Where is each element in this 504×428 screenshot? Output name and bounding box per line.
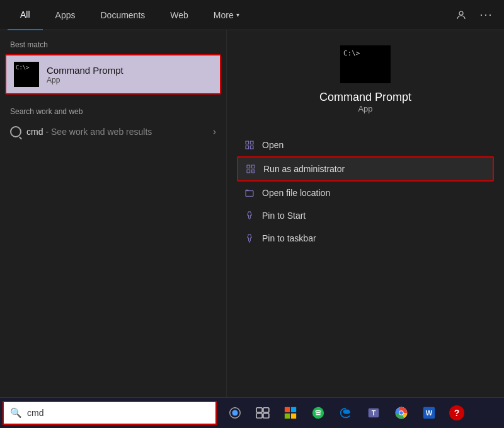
run-admin-icon — [244, 163, 257, 175]
word-icon: W — [422, 406, 436, 420]
user-icon — [455, 9, 467, 21]
chrome-icon — [394, 406, 408, 420]
teams-button[interactable]: T — [360, 400, 387, 426]
context-run-as-admin[interactable]: Run as administrator — [237, 156, 494, 182]
pin-taskbar-icon — [243, 232, 256, 245]
nav-icons: ··· — [451, 5, 496, 25]
svg-rect-2 — [250, 141, 253, 144]
app-type-large: App — [358, 104, 372, 113]
cortana-icon — [228, 406, 242, 420]
svg-point-0 — [459, 11, 463, 15]
security-button[interactable]: ? — [444, 400, 470, 426]
svg-point-10 — [232, 410, 238, 415]
security-icon: ? — [449, 405, 465, 421]
main-content: Best match Command Prompt App Search wor… — [0, 30, 504, 397]
folder-icon — [243, 187, 256, 199]
svg-rect-18 — [291, 414, 296, 419]
left-panel: Best match Command Prompt App Search wor… — [0, 30, 227, 397]
context-menu: Open Run as administrator — [237, 134, 494, 250]
app-preview: Command Prompt App — [237, 45, 494, 113]
start-menu: All Apps Documents Web More ▾ — [0, 0, 504, 397]
spotify-icon — [311, 406, 325, 420]
cmd-icon-large — [340, 45, 391, 83]
svg-text:W: W — [426, 409, 433, 417]
svg-rect-11 — [256, 408, 262, 412]
best-match-title: Command Prompt — [47, 65, 123, 76]
edge-icon — [339, 406, 353, 420]
open-svg — [244, 140, 255, 150]
taskbar-search-input[interactable] — [27, 408, 209, 418]
search-web-desc: - See work and web results — [45, 127, 152, 137]
svg-rect-12 — [263, 408, 269, 412]
teams-icon: T — [367, 406, 381, 420]
app-name-large: Command Prompt — [319, 91, 411, 104]
best-match-item[interactable]: Command Prompt App — [5, 54, 221, 95]
context-pin-to-taskbar[interactable]: Pin to taskbar — [237, 227, 494, 250]
folder-svg — [244, 188, 255, 198]
context-pin-to-start[interactable]: Pin to Start — [237, 204, 494, 227]
svg-rect-15 — [285, 407, 290, 412]
more-chevron-icon: ▾ — [236, 11, 239, 18]
task-view-button[interactable] — [249, 400, 276, 426]
tab-all[interactable]: All — [8, 0, 43, 30]
pin-svg — [244, 211, 255, 221]
context-open[interactable]: Open — [237, 134, 494, 156]
svg-rect-6 — [251, 165, 255, 168]
search-box[interactable]: 🔍 — [3, 401, 217, 425]
ellipsis-button[interactable]: ··· — [476, 5, 496, 25]
svg-text:T: T — [372, 409, 376, 417]
svg-rect-4 — [250, 146, 253, 149]
spotify-button[interactable] — [305, 400, 331, 426]
search-work-web-label: Search work and web — [0, 100, 226, 121]
cortana-button[interactable] — [222, 400, 248, 426]
store-icon — [284, 406, 297, 420]
svg-rect-16 — [291, 407, 296, 412]
svg-rect-17 — [285, 414, 290, 419]
search-circle-icon — [10, 126, 21, 137]
svg-rect-14 — [263, 414, 269, 418]
tab-documents[interactable]: Documents — [88, 0, 158, 30]
search-term: cmd — [26, 127, 43, 137]
svg-rect-13 — [256, 414, 262, 418]
best-match-label: Best match — [0, 40, 226, 54]
svg-rect-3 — [246, 146, 249, 149]
cmd-icon-small — [14, 62, 39, 87]
svg-point-24 — [399, 411, 403, 415]
svg-rect-1 — [246, 141, 249, 144]
nav-tabs: All Apps Documents Web More ▾ — [8, 0, 451, 30]
open-icon — [243, 139, 256, 151]
store-button[interactable] — [277, 400, 304, 426]
tab-apps[interactable]: Apps — [43, 0, 88, 30]
user-icon-button[interactable] — [451, 5, 471, 25]
best-match-text: Command Prompt App — [47, 65, 123, 84]
edge-button[interactable] — [333, 400, 359, 426]
nav-bar: All Apps Documents Web More ▾ — [0, 0, 504, 30]
run-admin-svg — [246, 164, 256, 174]
search-web-item[interactable]: cmd - See work and web results › — [0, 121, 226, 142]
chrome-button[interactable] — [388, 400, 415, 426]
tab-web[interactable]: Web — [158, 0, 201, 30]
right-panel: Command Prompt App Open — [227, 30, 504, 397]
pin-icon — [243, 209, 256, 222]
task-view-icon — [256, 407, 270, 419]
pin-taskbar-svg — [244, 233, 255, 243]
best-match-subtitle: App — [47, 76, 123, 84]
word-button[interactable]: W — [416, 400, 442, 426]
ellipsis-icon: ··· — [479, 8, 493, 21]
tab-more[interactable]: More ▾ — [201, 0, 252, 30]
svg-rect-5 — [247, 165, 250, 168]
taskbar: 🔍 — [0, 397, 504, 428]
svg-text:?: ? — [454, 408, 460, 418]
context-open-file-location[interactable]: Open file location — [237, 182, 494, 204]
taskbar-search-icon: 🔍 — [10, 407, 22, 419]
search-arrow-icon: › — [213, 126, 216, 137]
taskbar-icons: T W ? — [222, 400, 470, 426]
svg-rect-7 — [247, 170, 250, 173]
